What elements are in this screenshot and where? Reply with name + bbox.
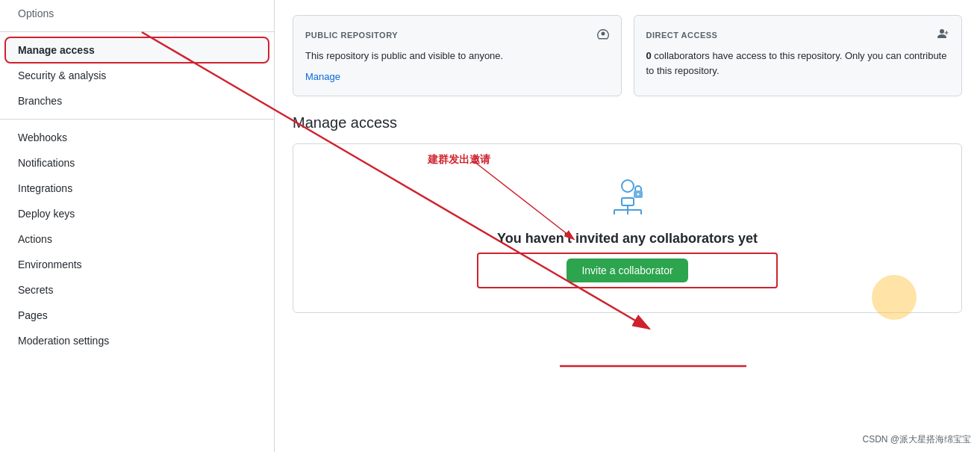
svg-point-0 bbox=[622, 180, 634, 192]
sidebar-item-manage-access[interactable]: Manage access bbox=[6, 38, 268, 62]
sidebar-item-label: Webhooks bbox=[18, 131, 67, 143]
sidebar-item-secrets[interactable]: Secrets bbox=[6, 278, 268, 302]
sidebar-item-integrations[interactable]: Integrations bbox=[6, 176, 268, 200]
sidebar-item-environments[interactable]: Environments bbox=[6, 253, 268, 276]
direct-access-body: 0 collaborators have access to this repo… bbox=[646, 49, 950, 78]
sidebar-item-notifications[interactable]: Notifications bbox=[6, 151, 268, 175]
sidebar-item-label: Environments bbox=[18, 258, 82, 270]
svg-point-8 bbox=[637, 194, 639, 196]
sidebar-item-label: Notifications bbox=[18, 157, 75, 169]
svg-line-10 bbox=[473, 161, 574, 240]
collab-count: 0 bbox=[646, 50, 652, 61]
annotation-text: 建群发出邀请 bbox=[428, 153, 490, 167]
manage-access-box: 建群发出邀请 You haven't invited any collabor bbox=[293, 143, 962, 313]
invite-collaborator-button[interactable]: Invite a collaborator bbox=[567, 258, 687, 282]
person-add-icon bbox=[937, 28, 949, 43]
direct-access-title: DIRECT ACCESS bbox=[646, 31, 718, 40]
sidebar-item-label: Secrets bbox=[18, 284, 53, 296]
annotation-arrow bbox=[293, 144, 961, 312]
sidebar-divider-2 bbox=[0, 119, 274, 120]
sidebar-item-label: Integrations bbox=[18, 182, 72, 194]
sidebar-item-branches[interactable]: Branches bbox=[6, 89, 268, 113]
sidebar-item-deploy-keys[interactable]: Deploy keys bbox=[6, 202, 268, 226]
direct-access-card: DIRECT ACCESS 0 collaborators have acces… bbox=[634, 15, 963, 96]
public-repo-body: This repository is public and visible to… bbox=[305, 49, 609, 84]
sidebar-item-actions[interactable]: Actions bbox=[6, 227, 268, 251]
sidebar-item-moderation-settings[interactable]: Moderation settings bbox=[6, 329, 268, 353]
sidebar-item-label: Pages bbox=[18, 309, 48, 321]
card-header-2: DIRECT ACCESS bbox=[646, 28, 950, 43]
public-repo-card: PUBLIC REPOSITORY This repository is pub… bbox=[293, 15, 622, 96]
public-repo-title: PUBLIC REPOSITORY bbox=[305, 31, 398, 40]
manage-link[interactable]: Manage bbox=[305, 69, 340, 84]
card-header: PUBLIC REPOSITORY bbox=[305, 28, 609, 43]
no-collab-text: You haven't invited any collaborators ye… bbox=[311, 231, 943, 247]
sidebar-item-security-analysis[interactable]: Security & analysis bbox=[6, 64, 268, 87]
direct-access-text: collaborators have access to this reposi… bbox=[646, 50, 947, 76]
yellow-circle-decoration bbox=[872, 275, 917, 320]
sidebar-item-label: Actions bbox=[18, 233, 52, 245]
section-title: Manage access bbox=[293, 114, 962, 131]
sidebar-item-label: Deploy keys bbox=[18, 208, 75, 220]
sidebar: Options Manage access Security & analysi… bbox=[0, 0, 275, 452]
csdn-watermark: CSDN @派大星搭海绵宝宝 bbox=[862, 433, 971, 446]
main-content: PUBLIC REPOSITORY This repository is pub… bbox=[275, 0, 980, 452]
sidebar-item-webhooks[interactable]: Webhooks bbox=[6, 126, 268, 149]
sidebar-item-label: Options bbox=[18, 7, 54, 19]
eye-icon bbox=[597, 28, 609, 43]
sidebar-item-label: Security & analysis bbox=[18, 69, 106, 81]
public-repo-text: This repository is public and visible to… bbox=[305, 50, 503, 61]
info-cards: PUBLIC REPOSITORY This repository is pub… bbox=[293, 15, 962, 96]
sidebar-item-label: Moderation settings bbox=[18, 335, 109, 347]
svg-rect-1 bbox=[622, 198, 634, 205]
sidebar-divider bbox=[0, 31, 274, 32]
collaborator-icon bbox=[605, 174, 650, 219]
sidebar-item-pages[interactable]: Pages bbox=[6, 303, 268, 327]
sidebar-item-options[interactable]: Options bbox=[6, 1, 268, 25]
sidebar-item-label: Branches bbox=[18, 95, 62, 107]
sidebar-item-label: Manage access bbox=[18, 44, 95, 56]
